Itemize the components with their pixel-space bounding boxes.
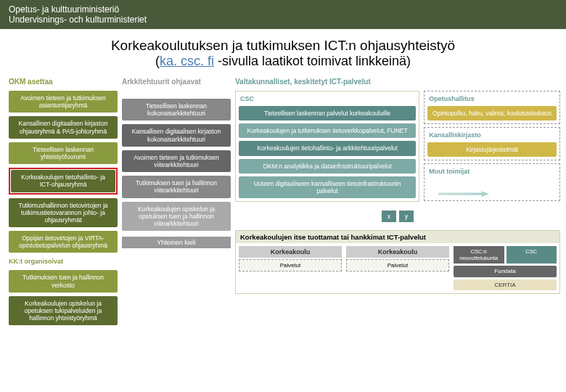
box-digikirjasto-arkki[interactable]: Kansallisen digitaalisen kirjaston kokon… xyxy=(122,124,231,146)
box-opintopolku[interactable]: Opintopolku, haku, valinta, koulutustied… xyxy=(427,106,557,121)
kansalliskirjasto-group: Kansalliskirjasto Kirjastojärjestelmät xyxy=(424,127,560,160)
korkeakoulu-1: Korkeakoulu Palvelut xyxy=(239,246,342,290)
box-opiskelu-tuki[interactable]: Korkeakoulujen opiskelun ja opetuksen tu… xyxy=(9,296,118,326)
kor2-pal: Palvelut xyxy=(346,259,449,271)
muut-group: Muut toimijat xyxy=(424,163,560,201)
box-digikirjasto[interactable]: Kansallinen digitaalisen kirjaston ohjau… xyxy=(9,116,118,138)
csc-side: CSC:n neuvottelukunta CSC Fundata CERTIA xyxy=(454,246,557,290)
col1-sect2: KK:t organisoivat xyxy=(9,256,118,266)
kor1-pal: Palvelut xyxy=(239,259,342,271)
ministry-header: Opetus- ja kulttuuriministeriö Undervisn… xyxy=(0,0,566,29)
box-csc-analytiikka[interactable]: OKM:n analytiikka ja datainfrastruktuuri… xyxy=(239,159,416,173)
certia[interactable]: CERTIA xyxy=(454,279,557,291)
box-opiskelu-arkki[interactable]: Korkeakoulujen opiskelun ja opetuksen tu… xyxy=(122,202,231,232)
box-laskenta-arkki[interactable]: Tieteellisen laskennan kokonaisarkkiteht… xyxy=(122,99,231,121)
kk-itse-group: Korkeakoulujen itse tuottamat tai hankki… xyxy=(235,230,560,294)
highlighted-box: Korkeakoulujen tietohallinto- ja ICT-ohj… xyxy=(9,168,118,194)
csc-neu[interactable]: CSC:n neuvottelukunta xyxy=(454,246,504,264)
column-arkkitehtuurit: Arkkitehtuurit ohjaavat Tieteellisen las… xyxy=(122,76,231,325)
col3-head: Valtakunnalliset, keskitetyt ICT-palvelu… xyxy=(235,76,560,87)
korkeakoulu-2: Korkeakoulu Palvelut xyxy=(346,246,449,290)
csc-group: CSC Tieteellisen laskennan palvelut kork… xyxy=(235,91,419,202)
box-csc-funet[interactable]: Korkeakoulujen ja tutkimuksen tietoverkk… xyxy=(239,123,416,138)
box-csc-digi-infra[interactable]: Uuteen digitaaliseen kansalliseen tietoi… xyxy=(239,176,416,198)
op-head: Opetushallitus xyxy=(427,94,557,103)
box-laskenta-foorumi[interactable]: Tieteellisen laskennan yhteistyöfoorumi xyxy=(9,142,118,164)
fundata[interactable]: Fundata xyxy=(454,266,557,277)
other-actors: Opetushallitus Opintopolku, haku, valint… xyxy=(424,91,560,202)
csc-lbl[interactable]: CSC xyxy=(506,246,557,264)
box-tutkimus-arkki[interactable]: Tutkimuksen tuen ja hallinnon viitearkki… xyxy=(122,176,231,197)
diagram: OKM asettaa Avoimen tieteen ja tutkimuks… xyxy=(0,73,566,328)
kk-head: Kansalliskirjasto xyxy=(427,131,557,139)
x-box[interactable]: x xyxy=(382,211,396,222)
box-oppija[interactable]: Oppijan tietovirtojen ja VIRTA-opintotie… xyxy=(9,231,118,253)
opetushallitus-group: Opetushallitus Opintopolku, haku, valint… xyxy=(424,91,560,124)
column-okm: OKM asettaa Avoimen tieteen ja tutkimuks… xyxy=(9,76,118,325)
box-avoin-tiede[interactable]: Avoimen tieteen ja tutkimuksen asiantunt… xyxy=(9,91,118,113)
header-sv: Undervisnings- och kulturministeriet xyxy=(9,15,557,25)
national-services: CSC Tieteellisen laskennan palvelut kork… xyxy=(235,91,560,202)
box-yhteinen-kieli[interactable]: Yhteinen kieli xyxy=(122,237,231,248)
rb-head: Korkeakoulujen itse tuottamat tai hankki… xyxy=(236,231,559,243)
box-csc-laskenta[interactable]: Tieteellisen laskennan palvelut korkeako… xyxy=(239,106,416,121)
kor1-head[interactable]: Korkeakoulu xyxy=(239,246,342,258)
xy-row: x y xyxy=(235,211,560,222)
title-area: Korkeakoulutuksen ja tutkimuksen ICT:n o… xyxy=(0,29,566,73)
box-ict-ohjaus[interactable]: Korkeakoulujen tietohallinto- ja ICT-ohj… xyxy=(11,170,115,192)
csc-head: CSC xyxy=(239,94,416,103)
y-box[interactable]: y xyxy=(399,211,414,222)
kor2-head[interactable]: Korkeakoulu xyxy=(346,246,449,258)
column-palvelut: Valtakunnalliset, keskitetyt ICT-palvelu… xyxy=(235,76,560,325)
box-kirjastojarj[interactable]: Kirjastojärjestelmät xyxy=(427,142,557,157)
box-tutkimushallinto[interactable]: Tutkimushallinnon tietovirtojen ja tutki… xyxy=(9,198,118,228)
subtitle: (ka. csc. fi -sivulla laatikot toimivat … xyxy=(17,54,549,69)
box-avoin-arkki[interactable]: Avoimen tieteen ja tutkimuksen viitearkk… xyxy=(122,150,231,172)
muut-head: Muut toimijat xyxy=(427,167,557,176)
main-title: Korkeakoulutuksen ja tutkimuksen ICT:n o… xyxy=(17,38,549,54)
box-csc-tietohallinto[interactable]: Korkeakoulujen tietohallinto- ja arkkite… xyxy=(239,141,416,155)
col2-head: Arkkitehtuurit ohjaavat xyxy=(122,76,231,87)
ka-csc-link[interactable]: ka. csc. fi xyxy=(160,54,214,68)
col1-head: OKM asettaa xyxy=(9,76,118,87)
box-tutkimustuki[interactable]: Tutkimuksen tuen ja hallinnon verkosto xyxy=(9,270,118,292)
header-fi: Opetus- ja kulttuuriministeriö xyxy=(9,4,557,15)
